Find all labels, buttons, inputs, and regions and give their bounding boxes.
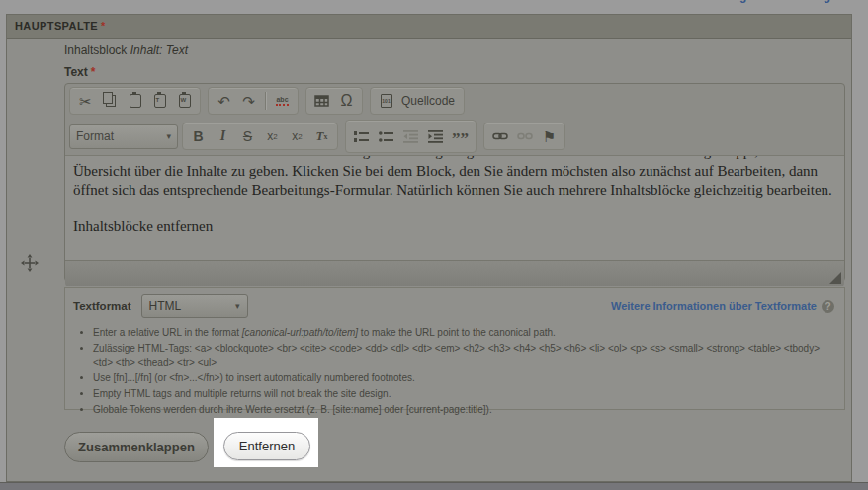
rmf-base: T <box>316 128 324 144</box>
subtitle-prefix: Inhaltsblock <box>64 43 127 57</box>
move-cross-icon <box>21 254 39 272</box>
help-question-icon[interactable]: ? <box>822 300 834 313</box>
toolbar-row-1: ✂ T W ↶ ↷ abc <box>65 84 844 117</box>
format-tips-list: Enter a relative URL in the format [cano… <box>65 326 844 417</box>
toolbar-group-lists: ”” <box>345 120 477 153</box>
italic-icon[interactable]: I <box>211 124 235 148</box>
indent-icon[interactable] <box>423 124 448 148</box>
superscript-icon[interactable]: x2 <box>285 124 309 148</box>
source-button-label[interactable]: Quellcode <box>401 94 455 108</box>
source-icon[interactable]: 101 <box>374 89 398 113</box>
paste-icon[interactable] <box>123 89 147 113</box>
link-icon[interactable] <box>487 124 512 148</box>
subscript-icon[interactable]: x2 <box>260 124 285 148</box>
copy-icon[interactable] <box>98 89 123 113</box>
paste-text-glyph: T <box>156 97 160 103</box>
textformat-label: Textformat <box>73 300 131 312</box>
paste-word-glyph: W <box>181 97 187 103</box>
resize-grip-icon[interactable] <box>829 272 841 284</box>
tip-item: Empty HTML tags and multiple returns wil… <box>93 387 832 401</box>
toolbar-group-source: 101 Quellcode <box>370 87 465 115</box>
textformat-value: HTML <box>149 299 182 313</box>
tip-item: Enter a relative URL in the format [cano… <box>93 326 832 340</box>
editor-content-area[interactable]: Alle Inhaltsblöcke dieser Seite werden i… <box>65 155 844 260</box>
chevron-down-icon: ▾ <box>235 301 240 311</box>
text-format-wrapper: Textformat HTML ▾ Weitere Informationen … <box>64 287 845 410</box>
undo-icon[interactable]: ↶ <box>212 89 236 113</box>
tip-text: Globale Tokens werden durch ihre Werte e… <box>93 404 492 415</box>
tip-item: Use [fn]...[/fn] (or <fn>...</fn>) to in… <box>93 371 832 385</box>
cut-icon[interactable]: ✂ <box>73 89 98 113</box>
unlink-icon[interactable] <box>512 124 537 148</box>
toolbar-group-clipboard: ✂ T W <box>69 87 201 115</box>
spellcheck-icon[interactable]: abc <box>270 89 295 113</box>
tip-text: Empty HTML tags and multiple returns wil… <box>93 388 391 399</box>
tip-item: Globale Tokens werden durch ihre Werte e… <box>93 403 832 417</box>
clipboard-shape: W <box>179 94 191 108</box>
paste-word-icon[interactable]: W <box>172 89 197 113</box>
source-glyph: 101 <box>382 99 390 104</box>
editor-bottom-bar <box>65 260 844 286</box>
textformat-select[interactable]: HTML ▾ <box>141 294 248 318</box>
required-asterisk: * <box>91 65 96 79</box>
chevron-down-icon: ▾ <box>166 131 171 141</box>
text-format-row: Textformat HTML ▾ Weitere Informationen … <box>65 288 844 320</box>
toolbar-group-undo: ↶ ↷ abc <box>208 87 299 115</box>
fieldset-legend[interactable]: HAUPTSPALTE* <box>7 15 851 39</box>
tip-text: to make the URL point to the canonical p… <box>358 327 556 338</box>
subtitle-type: Inhalt: Text <box>130 43 188 57</box>
table-grid-icon <box>314 95 329 107</box>
strikethrough-icon[interactable]: S <box>235 124 260 148</box>
clipboard-shape: T <box>154 94 166 108</box>
required-asterisk: * <box>101 20 106 32</box>
cut-glyph: ✂ <box>79 94 92 109</box>
wysiwyg-editor: ✂ T W ↶ ↷ abc <box>64 83 845 282</box>
tip-text: Use [fn]...[/fn] (or <fn>...</fn>) to in… <box>93 372 415 383</box>
text-field-label-text: Text <box>64 65 88 79</box>
format-dropdown-value: Format <box>76 129 114 143</box>
paste-text-icon[interactable]: T <box>147 89 172 113</box>
editor-paragraph-2: Inhaltsblöcke entfernen <box>73 217 836 236</box>
table-icon[interactable] <box>309 89 334 113</box>
clipboard-shape <box>130 94 141 108</box>
toolbar-group-links: ⚑ <box>483 122 565 150</box>
toolbar-group-insert: Ω <box>305 87 363 115</box>
chain-shape <box>492 131 508 141</box>
screenshot-root: Zeilengewichte anzeigen HAUPTSPALTE* Inh… <box>0 0 868 490</box>
text-field-label: Text* <box>64 65 95 79</box>
indent-shape <box>428 130 443 143</box>
textformat-info-link[interactable]: Weitere Informationen über Textformate <box>611 300 817 312</box>
tip-text: Enter a relative URL in the format <box>93 327 242 338</box>
fieldset-legend-text: HAUPTSPALTE <box>15 20 98 32</box>
drag-handle-icon[interactable] <box>21 254 39 272</box>
toolbar-group-basicstyles: B I S x2 x2 Tx <box>182 122 338 150</box>
format-dropdown[interactable]: Format ▾ <box>69 124 178 149</box>
bold-icon[interactable]: B <box>186 124 211 148</box>
page-bottom-edge <box>0 482 868 490</box>
remove-format-icon[interactable]: Tx <box>309 124 334 148</box>
outdent-icon[interactable] <box>398 124 423 148</box>
outdent-shape <box>403 130 418 143</box>
spellcheck-glyph: abc <box>276 96 288 106</box>
anchor-icon[interactable]: ⚑ <box>537 124 562 148</box>
show-row-weights-link[interactable]: Zeilengewichte anzeigen <box>705 0 844 3</box>
redo-icon[interactable]: ↷ <box>236 89 261 113</box>
bulleted-list-icon[interactable] <box>374 124 398 148</box>
tip-text: Zulässige HTML-Tags: <a> <blockquote> <b… <box>93 343 820 368</box>
collapse-button[interactable]: Zusammenklappen <box>64 432 209 462</box>
editor-paragraph: Übersicht über die Inhalte zu geben. Kli… <box>73 162 836 200</box>
omega-glyph: Ω <box>341 93 353 109</box>
source-doc-shape: 101 <box>381 94 392 108</box>
rmf-mark: x <box>323 132 327 141</box>
clipped-text-line: Alle Inhaltsblöcke dieser Seite werden i… <box>73 156 836 161</box>
redo-glyph: ↷ <box>242 94 255 109</box>
flag-glyph: ⚑ <box>543 129 556 144</box>
remove-button[interactable]: Entfernen <box>223 432 310 460</box>
special-char-icon[interactable]: Ω <box>334 89 359 113</box>
undo-glyph: ↶ <box>217 94 230 109</box>
blockquote-icon[interactable]: ”” <box>448 122 473 151</box>
numbered-list-icon[interactable] <box>349 124 374 148</box>
content-block-subtitle: Inhaltsblock Inhalt: Text <box>64 43 188 57</box>
ul-icon <box>379 130 393 143</box>
toolbar-separator <box>265 92 266 110</box>
